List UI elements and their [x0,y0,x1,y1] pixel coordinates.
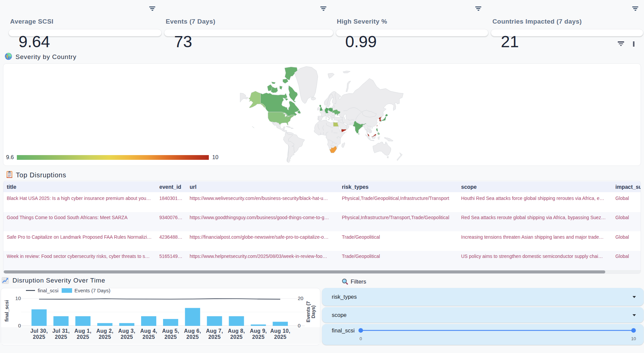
svg-text:Aug 7,: Aug 7, [206,328,223,334]
svg-text:final_scsi: final_scsi [38,288,59,293]
svg-text:10: 10 [15,295,21,301]
svg-text:0: 0 [18,323,21,328]
svg-text:Aug 5,: Aug 5, [162,328,179,334]
svg-text:2025: 2025 [77,334,89,340]
svg-text:Aug 8,: Aug 8, [228,328,245,334]
svg-text:2025: 2025 [208,334,221,340]
svg-text:Aug 4,: Aug 4, [140,328,157,334]
svg-text:Events (7Days): Events (7Days) [305,301,316,323]
svg-text:Aug 3,: Aug 3, [118,328,135,334]
svg-text:Aug 9,: Aug 9, [250,328,267,334]
svg-text:0: 0 [359,336,362,341]
svg-text:0: 0 [298,323,300,328]
svg-text:Aug 10,: Aug 10, [270,328,290,334]
svg-text:2025: 2025 [274,334,287,340]
svg-text:Aug 2,: Aug 2, [96,328,114,334]
svg-text:Jul 31,: Jul 31, [52,328,70,334]
svg-text:20: 20 [298,295,303,301]
svg-text:10: 10 [631,336,636,341]
svg-text:Aug 1,: Aug 1, [74,328,92,334]
svg-text:2025: 2025 [33,334,45,340]
svg-text:2025: 2025 [186,334,199,340]
svg-text:Jul 30,: Jul 30, [30,328,48,334]
svg-text:2025: 2025 [99,334,111,340]
svg-text:2025: 2025 [121,334,133,340]
svg-text:2025: 2025 [252,334,265,340]
svg-text:2025: 2025 [55,334,67,340]
svg-text:2025: 2025 [230,334,243,340]
svg-text:2025: 2025 [164,334,177,340]
svg-text:Aug 6,: Aug 6, [184,328,201,334]
svg-text:2025: 2025 [142,334,155,340]
svg-text:final_scsi: final_scsi [4,300,9,322]
svg-text:Events (7 Days): Events (7 Days) [74,288,110,293]
